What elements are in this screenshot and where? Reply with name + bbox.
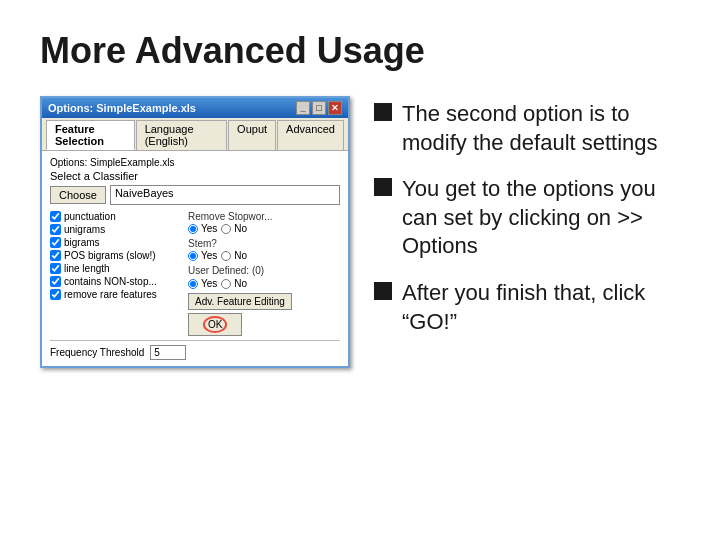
option-row-3: Yes No	[188, 278, 340, 289]
checkbox-unigrams[interactable]	[50, 224, 61, 235]
remove-stopwords-label: Remove Stopwor...	[188, 211, 340, 222]
classifier-section-label: Select a Classifier	[50, 170, 340, 182]
radio-yes-3[interactable]	[188, 279, 198, 289]
adv-feature-button[interactable]: Adv. Feature Editing	[188, 293, 292, 310]
bullets: The second option is to modify the defau…	[374, 100, 680, 510]
dialog-container: Options: SimpleExample.xls _ □ ✕ Feature…	[40, 96, 350, 510]
content-area: Options: SimpleExample.xls _ □ ✕ Feature…	[40, 92, 680, 510]
radio-no-3[interactable]	[221, 279, 231, 289]
no-group-1: No	[221, 223, 247, 234]
feature-unigrams: unigrams	[50, 224, 180, 235]
classifier-field[interactable]: NaiveBayes	[110, 185, 340, 205]
feature-pos-bigrams: POS bigrams (slow!)	[50, 250, 180, 261]
bullet-square-2	[374, 178, 392, 196]
dialog-subtitle: Options: SimpleExample.xls	[50, 157, 340, 168]
checkbox-rare[interactable]	[50, 289, 61, 300]
dialog-title: Options: SimpleExample.xls	[48, 102, 196, 114]
tab-advanced[interactable]: Advanced	[277, 120, 344, 150]
radio-yes-1[interactable]	[188, 224, 198, 234]
slide-title: More Advanced Usage	[40, 30, 680, 72]
feature-line-length: line length	[50, 263, 180, 274]
close-button[interactable]: ✕	[328, 101, 342, 115]
dialog-titlebar: Options: SimpleExample.xls _ □ ✕	[42, 98, 348, 118]
checkbox-bigrams[interactable]	[50, 237, 61, 248]
yes-group-3: Yes	[188, 278, 217, 289]
checkbox-pos-bigrams[interactable]	[50, 250, 61, 261]
choose-button[interactable]: Choose	[50, 186, 106, 204]
tab-language[interactable]: Language (English)	[136, 120, 227, 150]
slide: More Advanced Usage Options: SimpleExamp…	[0, 0, 720, 540]
titlebar-controls: _ □ ✕	[296, 101, 342, 115]
feature-bigrams: bigrams	[50, 237, 180, 248]
checkbox-line-length[interactable]	[50, 263, 61, 274]
feature-punctuation: punctuation	[50, 211, 180, 222]
ok-button[interactable]: OK	[188, 313, 242, 336]
radio-yes-2[interactable]	[188, 251, 198, 261]
maximize-button[interactable]: □	[312, 101, 326, 115]
option-row-2: Yes No	[188, 250, 340, 261]
yes-group-2: Yes	[188, 250, 217, 261]
no-group-2: No	[221, 250, 247, 261]
option-row-1: Yes No	[188, 223, 340, 234]
yes-group-1: Yes	[188, 223, 217, 234]
bullet-text-2: You get to the options you can set by cl…	[402, 175, 680, 261]
divider	[50, 340, 340, 341]
user-defined-label: User Defined: (0)	[188, 265, 340, 276]
bullet-text-3: After you finish that, click “GO!”	[402, 279, 680, 336]
features-section: punctuation unigrams bigrams	[50, 211, 340, 336]
dialog-body: Options: SimpleExample.xls Select a Clas…	[42, 151, 348, 366]
dialog-window: Options: SimpleExample.xls _ □ ✕ Feature…	[40, 96, 350, 368]
feature-non-stop: contains NON-stop...	[50, 276, 180, 287]
radio-no-1[interactable]	[221, 224, 231, 234]
classifier-row: Choose NaiveBayes	[50, 185, 340, 205]
freq-row: Frequency Threshold	[50, 345, 340, 360]
freq-label: Frequency Threshold	[50, 347, 144, 358]
tab-output[interactable]: Ouput	[228, 120, 276, 150]
features-right: Remove Stopwor... Yes No	[188, 211, 340, 336]
stem-label: Stem?	[188, 238, 340, 249]
tab-feature-selection[interactable]: Feature Selection	[46, 120, 135, 150]
feature-rare: remove rare features	[50, 289, 180, 300]
minimize-button[interactable]: _	[296, 101, 310, 115]
bullet-square-1	[374, 103, 392, 121]
bullet-item-3: After you finish that, click “GO!”	[374, 279, 680, 336]
features-left: punctuation unigrams bigrams	[50, 211, 180, 336]
checkbox-non-stop[interactable]	[50, 276, 61, 287]
dialog-tabs: Feature Selection Language (English) Oup…	[42, 118, 348, 151]
bullet-item-2: You get to the options you can set by cl…	[374, 175, 680, 261]
bullet-text-1: The second option is to modify the defau…	[402, 100, 680, 157]
ok-circle: OK	[203, 316, 227, 333]
bullet-item-1: The second option is to modify the defau…	[374, 100, 680, 157]
bullet-square-3	[374, 282, 392, 300]
checkbox-punctuation[interactable]	[50, 211, 61, 222]
no-group-3: No	[221, 278, 247, 289]
radio-no-2[interactable]	[221, 251, 231, 261]
freq-input[interactable]	[150, 345, 186, 360]
